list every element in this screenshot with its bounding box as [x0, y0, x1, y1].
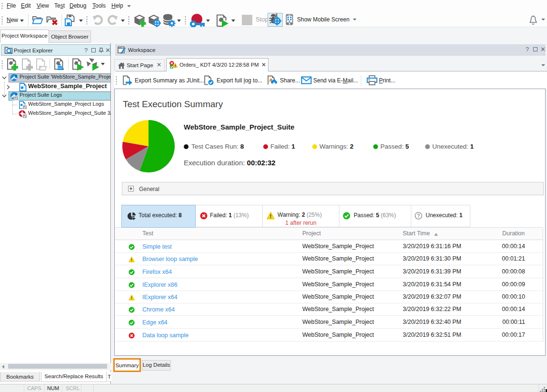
- svg-text:?: ?: [417, 213, 420, 219]
